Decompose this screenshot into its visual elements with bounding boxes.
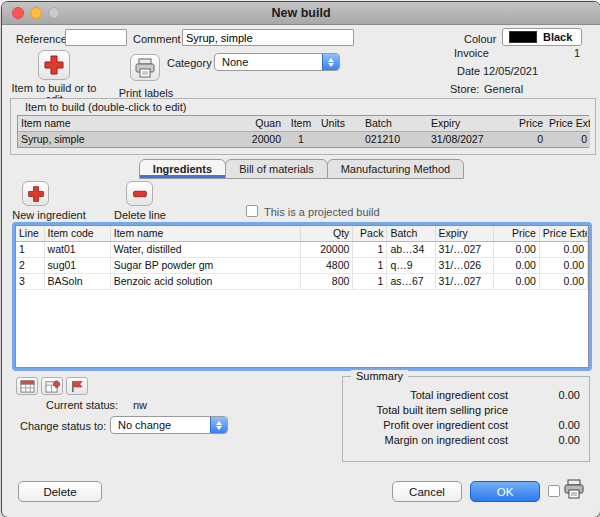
summary-label: Profit over ingredient cost [343,418,508,433]
flag-icon [70,380,85,393]
reference-input[interactable] [65,29,127,46]
summary-row: Total ingredient cost 0.00 [343,388,589,403]
projected-build-label: This is a projected build [264,206,380,218]
chevron-up-down-icon [322,54,339,70]
print-button[interactable] [563,479,585,501]
table-row[interactable]: Syrup, simple20000102121031/08/202700 [18,132,590,148]
current-status-value: nw [133,399,147,411]
table-cell: 0.00 [493,274,539,290]
table-row[interactable]: 3BASolnBenzoic acid solution8001as…6731/… [16,274,588,290]
new-ingredient-button[interactable] [22,181,49,206]
table-cell: Syrup, simple [18,132,230,148]
cancel-button[interactable]: Cancel [392,481,462,502]
table-cell: 0.00 [539,274,587,290]
chevron-up-down-icon [210,417,227,433]
minus-icon [131,185,149,203]
column-header[interactable]: Item code [44,226,110,242]
tab-bill-of-materials[interactable]: Bill of materials [225,159,328,179]
ingredients-table-wrap: LineItem codeItem nameQtyPackBatchExpiry… [15,225,589,368]
table-cell: 2 [16,258,44,274]
table-cell: ab…34 [387,242,435,258]
date-label: Date [457,65,480,77]
summary-title: Summary [351,370,408,382]
delete-button[interactable]: Delete [18,481,102,502]
delete-line-button[interactable] [126,181,153,206]
tab-manufacturing-method[interactable]: Manufacturing Method [327,159,464,179]
column-header[interactable]: Line [16,226,44,242]
table-cell: 31/…027 [435,274,493,290]
column-header[interactable]: Batch [387,226,435,242]
column-header[interactable]: Quan [230,116,284,132]
summary-row: Profit over ingredient cost 0.00 [343,418,589,433]
column-header[interactable]: Pack [353,226,387,242]
table-row[interactable]: 2sug01Sugar BP powder gm48001q…931/…0260… [16,258,588,274]
table-cell: 1 [16,242,44,258]
table-cell: BASoln [44,274,110,290]
column-header[interactable]: Expiry [428,116,504,132]
print-on-ok-checkbox[interactable] [548,485,560,497]
add-table-tool-button[interactable] [41,377,63,395]
tab-bar: Ingredients Bill of materials Manufactur… [2,159,600,179]
category-select[interactable]: None [214,53,340,71]
summary-label: Total ingredient cost [343,388,508,403]
column-header[interactable]: Price Exten [539,226,587,242]
category-label: Category [167,57,212,69]
summary-value [508,403,589,418]
table-cell: 1 [353,274,387,290]
table-cell: Water, distilled [110,242,301,258]
current-status-label: Current status: [46,399,118,411]
summary-value: 0.00 [508,433,589,448]
table-cell: 4800 [301,258,353,274]
change-status-label: Change status to: [20,420,106,432]
column-header[interactable]: Price Exten [546,116,590,132]
table-cell: 0 [546,132,590,148]
column-header[interactable]: Item name [18,116,230,132]
colour-swatch [509,31,537,43]
column-header[interactable]: Expiry [435,226,493,242]
flag-tool-button[interactable] [66,377,88,395]
table-cell: 0 [504,132,546,148]
comment-label: Comment [133,33,181,45]
column-header[interactable]: Units [318,116,362,132]
titlebar: New build [2,2,600,25]
table-row[interactable]: 1wat01Water, distilled200001ab…3431/…027… [16,242,588,258]
item-to-build-button[interactable] [38,50,70,80]
table-cell: sug01 [44,258,110,274]
reference-label: Reference [16,33,67,45]
table-cell: 1 [353,242,387,258]
column-header[interactable]: Price [493,226,539,242]
print-labels-button[interactable] [130,54,160,81]
table-cell: Sugar BP powder gm [110,258,301,274]
table-cell: as…67 [387,274,435,290]
plus-icon [27,185,45,203]
ingredients-table[interactable]: LineItem codeItem nameQtyPackBatchExpiry… [16,226,588,290]
column-header[interactable]: Item name [110,226,301,242]
table-cell: 021210 [362,132,428,148]
new-ingredient-label: New ingredient [2,209,96,221]
item-to-build-table[interactable]: Item nameQuanItemUnitsBatchExpiryPricePr… [18,116,590,147]
table-icon [20,380,35,393]
item-to-build-group: Item to build (double-click to edit) Ite… [10,98,596,155]
summary-box: Summary Total ingredient cost 0.00 Total… [342,376,590,462]
table-cell: 31/…026 [435,258,493,274]
column-header[interactable]: Item [284,116,318,132]
delete-line-label: Delete line [106,209,174,221]
change-status-select[interactable]: No change [110,416,228,434]
tab-ingredients[interactable]: Ingredients [139,159,226,179]
comment-input[interactable] [182,29,354,46]
category-value: None [222,56,248,68]
column-header[interactable]: Batch [362,116,428,132]
store-value: General [484,83,523,95]
ok-button[interactable]: OK [470,481,540,502]
store-label: Store: [450,83,479,95]
projected-build-checkbox[interactable] [246,205,258,217]
colour-button[interactable]: Black [502,28,582,46]
column-header[interactable]: Price [504,116,546,132]
table-cell: 3 [16,274,44,290]
table-cell: 1 [353,258,387,274]
table-tool-button[interactable] [16,377,38,395]
summary-row: Total built item selling price [343,403,589,418]
column-header[interactable]: Qty [301,226,353,242]
table-cell: q…9 [387,258,435,274]
table-cell: 20000 [301,242,353,258]
